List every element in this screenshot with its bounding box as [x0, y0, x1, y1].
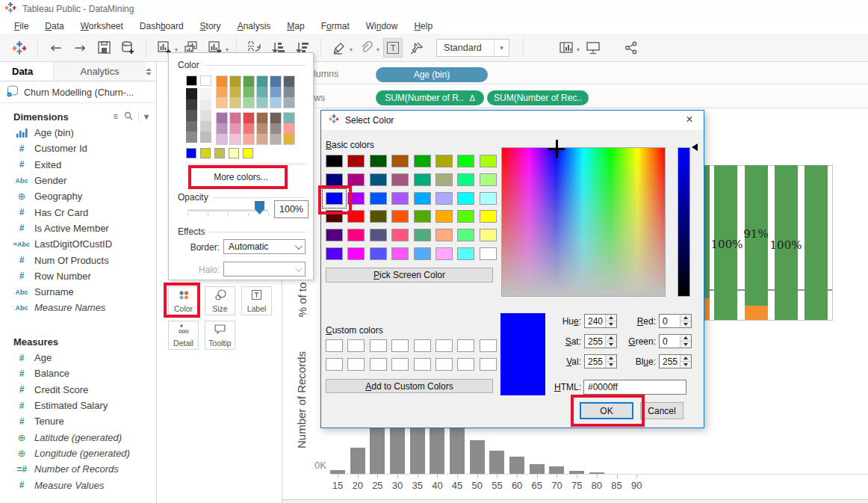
val-spinner[interactable]: 255	[584, 354, 617, 368]
custom-color-slot[interactable]	[391, 358, 409, 371]
rows-shelf[interactable]: Rows SUM(Number of R.. Δ SUM(Number of R…	[282, 87, 868, 108]
basic-color-swatch[interactable]	[391, 229, 409, 241]
palette-stop[interactable]	[257, 87, 267, 97]
basic-color-swatch[interactable]	[435, 192, 453, 205]
menu-worksheet[interactable]: Worksheet	[72, 19, 131, 33]
palette-stop[interactable]	[230, 76, 241, 87]
field-latitude-generated[interactable]: ⊕Latitude (generated)	[0, 429, 156, 445]
palette-stop[interactable]	[186, 110, 197, 121]
cancel-button[interactable]: Cancel	[640, 402, 683, 419]
tableau-logo-icon[interactable]	[10, 38, 29, 58]
color-ramp[interactable]	[229, 112, 241, 145]
basic-color-swatch[interactable]	[370, 173, 387, 186]
palette-stop[interactable]	[257, 134, 267, 144]
show-cards-icon[interactable]	[557, 38, 576, 58]
field-gender[interactable]: AbcGender	[0, 173, 156, 188]
spin-down-icon[interactable]	[606, 361, 616, 368]
palette-stop[interactable]	[244, 76, 254, 87]
highlight-pen-icon[interactable]	[329, 38, 349, 58]
palette-stop[interactable]	[284, 134, 294, 144]
custom-color-slot[interactable]	[435, 339, 453, 352]
html-input[interactable]: #0000ff	[583, 380, 686, 395]
palette-stop[interactable]	[257, 97, 267, 108]
histogram-bar[interactable]	[530, 464, 545, 474]
custom-color-slot[interactable]	[326, 339, 343, 352]
field-measure-names[interactable]: AbcMeasure Names	[0, 300, 156, 315]
spin-down-icon[interactable]	[681, 361, 691, 368]
menu-data[interactable]: Data	[37, 19, 72, 33]
spin-down-icon[interactable]	[681, 321, 691, 327]
gray-light-ramp[interactable]	[200, 88, 211, 143]
basic-color-swatch[interactable]	[347, 229, 365, 241]
palette-stop[interactable]	[244, 97, 254, 108]
palette-stop[interactable]	[217, 76, 227, 87]
field-age-bin[interactable]: Age (bin)	[0, 125, 156, 141]
value-slider-arrow-icon[interactable]	[692, 144, 698, 151]
swap-panes-icon[interactable]	[146, 68, 152, 75]
field-has-cr-card[interactable]: #Has Cr Card	[0, 204, 156, 220]
field-measure-values[interactable]: #Measure Values	[0, 477, 156, 493]
menu-window[interactable]: Window	[358, 19, 406, 33]
basic-color-swatch[interactable]	[435, 173, 453, 186]
opacity-slider-handle[interactable]	[255, 201, 264, 215]
basic-color-swatch[interactable]	[347, 192, 365, 205]
palette-stop[interactable]	[186, 99, 197, 111]
palette-stop[interactable]	[270, 134, 281, 144]
palette-stop[interactable]	[230, 123, 241, 134]
palette-stop[interactable]	[244, 87, 254, 97]
bar-segment-green[interactable]	[805, 165, 828, 320]
highlight-caret-icon[interactable]: ▾	[350, 46, 353, 53]
basic-color-swatch[interactable]	[480, 229, 497, 241]
field-num-of-products[interactable]: #Num Of Products	[0, 252, 156, 268]
spin-down-icon[interactable]	[606, 321, 616, 327]
basic-color-swatch[interactable]	[391, 247, 409, 260]
columns-shelf[interactable]: Columns Age (bin)	[282, 64, 868, 84]
basic-color-swatch[interactable]	[326, 210, 343, 223]
basic-color-swatch[interactable]	[480, 173, 497, 186]
custom-color-slot[interactable]	[347, 339, 365, 352]
color-ramp[interactable]	[256, 75, 268, 108]
tooltip-button[interactable]: Tooltip	[205, 321, 235, 350]
tab-analytics[interactable]: Analytics	[54, 62, 146, 81]
histogram-bar[interactable]	[390, 428, 405, 474]
basic-color-swatch[interactable]	[457, 192, 474, 205]
palette-stop[interactable]	[244, 113, 254, 123]
hue-spinner[interactable]: 240	[584, 314, 617, 328]
field-exited[interactable]: #Exited	[0, 157, 156, 173]
basic-color-swatch[interactable]	[347, 247, 365, 260]
palette-stop[interactable]	[200, 132, 211, 143]
share-icon[interactable]	[621, 38, 641, 58]
add-custom-colors-button[interactable]: Add to Custom Colors	[326, 379, 493, 393]
basic-color-swatch[interactable]	[326, 229, 343, 241]
value-slider[interactable]	[678, 147, 690, 297]
forward-icon[interactable]: →	[70, 38, 90, 58]
color-ramp[interactable]	[256, 112, 268, 145]
recent-swatch[interactable]	[243, 148, 253, 158]
palette-stop[interactable]	[217, 97, 227, 108]
histogram-bar[interactable]	[489, 451, 504, 474]
green-spinner[interactable]: 0	[659, 334, 692, 348]
spin-up-icon[interactable]	[681, 315, 691, 321]
field-number-of-records[interactable]: =#Number of Records	[0, 461, 156, 477]
custom-color-slot[interactable]	[414, 339, 431, 352]
menu-help[interactable]: Help	[406, 19, 441, 33]
basic-color-swatch[interactable]	[435, 155, 453, 167]
histogram-bar[interactable]	[430, 428, 444, 474]
menu-format[interactable]: Format	[313, 19, 358, 33]
basic-color-swatch[interactable]	[347, 155, 365, 167]
tab-data[interactable]: Data	[0, 62, 54, 81]
paperclip-icon[interactable]	[356, 38, 376, 58]
field-surname[interactable]: AbcSurname	[0, 284, 156, 300]
gray-dark-swatch[interactable]	[186, 75, 197, 86]
histogram-bar[interactable]	[370, 428, 385, 474]
palette-stop[interactable]	[284, 113, 294, 123]
save-icon[interactable]	[94, 38, 114, 58]
custom-color-slot[interactable]	[457, 339, 474, 352]
color-ramp[interactable]	[270, 112, 282, 145]
custom-color-slot[interactable]	[391, 339, 409, 352]
palette-stop[interactable]	[217, 113, 227, 123]
detail-button[interactable]: Detail	[168, 321, 199, 350]
hue-sat-picker[interactable]	[501, 147, 666, 297]
spin-up-icon[interactable]	[681, 335, 691, 341]
palette-stop[interactable]	[284, 87, 294, 97]
